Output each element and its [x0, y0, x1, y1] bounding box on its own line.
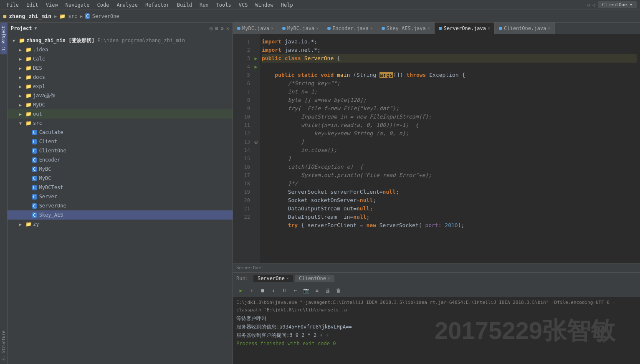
file-dot-icon: [499, 27, 502, 30]
tab-mybc[interactable]: MyBC.java ✕: [278, 23, 323, 34]
run-down-button[interactable]: ↓: [269, 286, 278, 295]
menu-navigate[interactable]: Navigate: [62, 1, 93, 9]
run-panel: Run: ServerOne ✕ ClientOne ✕ ▶ ↑ ■ ↓ ⏸: [233, 272, 640, 364]
sidebar-item-structure[interactable]: Z: Structure: [0, 327, 7, 364]
run-play-button[interactable]: ▶: [236, 286, 245, 295]
project-dropdown-icon[interactable]: ▼: [35, 26, 37, 30]
run-output-cmd: E:\jdk1.8\bin\java.exe "-javaagent:E:\In…: [236, 298, 637, 314]
menu-tools[interactable]: Tools: [213, 1, 235, 9]
tab-encoder[interactable]: Encoder.java ✕: [323, 23, 377, 34]
sidebar-item-project[interactable]: 1: Project: [0, 23, 7, 54]
back-icon[interactable]: ◁: [592, 2, 595, 8]
run-output-waiting: 等待客户呼叫: [236, 314, 637, 323]
tree-item-out[interactable]: ▶ 📁 out: [8, 109, 233, 119]
code-content[interactable]: 1 2 3 4 5 6 7 8 9 10 11 12 13 14 15 16 1: [233, 34, 640, 263]
tree-item-skey-aes[interactable]: C Skey_AES: [8, 210, 233, 220]
java-file-icon: C: [32, 148, 37, 154]
run-tabs: Run: ServerOne ✕ ClientOne ✕: [233, 273, 640, 284]
menu-view[interactable]: View: [43, 1, 61, 9]
run-output-exit: Process finished with exit code 0: [236, 339, 637, 348]
close-tab-encoder[interactable]: ✕: [370, 26, 373, 30]
tree-item-des[interactable]: ▶ 📁 DES: [8, 63, 233, 73]
chevron-right-icon: ▶: [19, 57, 24, 61]
tree-item-calc[interactable]: ▶ 📁 Calc: [8, 54, 233, 63]
tree-item-mydctest[interactable]: C MyDCTest: [8, 183, 233, 192]
tab-mydc[interactable]: MyDC.java ✕: [233, 23, 278, 34]
run-tab-clientone[interactable]: ClientOne ✕: [295, 275, 334, 282]
tree-item-root[interactable]: ▼ 📁 zhang_zhi_min [斐波那切] E:\idea program…: [8, 36, 233, 45]
run-print-button[interactable]: 🖨: [323, 286, 332, 295]
client-one-indicator: ClientOne ▾: [598, 1, 637, 8]
tree-item-zy[interactable]: ▶ 📁 zy: [8, 220, 233, 229]
main-layout: 1: Project Z: Structure Project ▼ ◎ ⊟ ⚙ …: [0, 23, 640, 364]
tree-item-mybc[interactable]: C MyBC: [8, 164, 233, 174]
close-panel-icon[interactable]: ✕: [226, 25, 229, 31]
tab-serverone[interactable]: ServerOne.java ✕: [435, 23, 495, 34]
project-name: zhang_zhi_min: [9, 13, 51, 19]
tree-item-client[interactable]: C Client: [8, 137, 233, 146]
tree-item-exp1[interactable]: ▶ 📁 exp1: [8, 82, 233, 91]
folder-icon: 📁: [25, 56, 32, 62]
run-up-button[interactable]: ↑: [247, 286, 256, 295]
tree-item-clientone[interactable]: C ClientOne: [8, 146, 233, 155]
close-tab-mydc[interactable]: ✕: [271, 26, 273, 30]
run-pause-button[interactable]: ⏸: [280, 286, 289, 295]
tree-item-encoder[interactable]: C Encoder: [8, 155, 233, 164]
folder-icon: 📁: [25, 221, 32, 227]
tab-clientone[interactable]: ClientOne.java ✕: [495, 23, 555, 34]
tree-item-mydc2[interactable]: C MyDC: [8, 174, 233, 183]
tree-item-serverone[interactable]: C ServerOne: [8, 201, 233, 210]
folder-icon: 📁: [25, 102, 32, 108]
tab-skey-aes[interactable]: Skey_AES.java ✕: [377, 23, 435, 34]
menu-build[interactable]: Build: [174, 1, 195, 9]
tree-item-caculate[interactable]: C Caculate: [8, 128, 233, 137]
menu-analyze[interactable]: Analyze: [113, 1, 141, 9]
collapse-icon[interactable]: ⊟: [215, 25, 218, 31]
run-sort-button[interactable]: ≡: [312, 286, 321, 295]
tree-item-mydc[interactable]: ▶ 📁 MyDC: [8, 100, 233, 109]
tree-item-src[interactable]: ▼ 📁 src: [8, 119, 233, 128]
code-lines[interactable]: import java.io.*; import java.net.*; pub…: [260, 34, 640, 263]
java-file-icon: C: [32, 212, 37, 218]
gutter: ▶ ▶ ⊙: [252, 34, 260, 263]
menu-code[interactable]: Code: [94, 1, 113, 9]
close-run-serverone[interactable]: ✕: [286, 276, 289, 281]
close-tab-mybc[interactable]: ✕: [316, 26, 319, 30]
close-run-clientone[interactable]: ✕: [328, 276, 330, 281]
close-tab-clientone[interactable]: ✕: [548, 26, 550, 30]
run-arrow-line3[interactable]: ▶: [252, 54, 260, 63]
run-tab-serverone[interactable]: ServerOne ✕: [253, 275, 293, 282]
menu-vcs[interactable]: VCS: [235, 1, 251, 9]
maximize-icon[interactable]: ⊡: [587, 2, 590, 8]
tree-item-docs[interactable]: ▶ 📁 docs: [8, 73, 233, 82]
breadcrumb-file: ServerOne: [92, 13, 119, 19]
java-file-icon: C: [32, 167, 37, 172]
run-output: E:\jdk1.8\bin\java.exe "-javaagent:E:\In…: [233, 297, 640, 364]
run-camera-button[interactable]: 📷: [301, 286, 311, 295]
menu-window[interactable]: Window: [252, 1, 276, 9]
folder-icon: 📁: [25, 93, 32, 99]
run-stop-button[interactable]: ■: [258, 286, 267, 295]
java-file-icon: C: [32, 139, 37, 144]
close-tab-skey-aes[interactable]: ✕: [428, 26, 430, 30]
menu-help[interactable]: Help: [278, 1, 296, 9]
file-dot-icon: [382, 27, 385, 30]
chevron-right-icon: ▶: [19, 103, 24, 107]
run-wrap-button[interactable]: ↩: [291, 286, 300, 295]
settings-icon[interactable]: ⚙: [221, 25, 224, 31]
menu-refactor[interactable]: Refactor: [142, 1, 173, 9]
tree-item-server[interactable]: C Server: [8, 192, 233, 201]
run-arrow-line4[interactable]: ▶: [252, 63, 260, 71]
menu-edit[interactable]: Edit: [23, 1, 42, 9]
run-trash-button[interactable]: 🗑: [334, 286, 343, 295]
menu-file[interactable]: File: [3, 1, 22, 9]
menu-run[interactable]: Run: [196, 1, 212, 9]
locate-icon[interactable]: ◎: [210, 25, 212, 31]
chevron-right-icon: ▶: [19, 84, 24, 89]
tree-item-java-xuanzuo[interactable]: ▶ 📁 java选作: [8, 91, 233, 100]
tree-item-idea[interactable]: ▶ 📁 .idea: [8, 45, 233, 54]
close-tab-serverone[interactable]: ✕: [488, 26, 490, 30]
chevron-right-icon: ▶: [19, 112, 24, 116]
file-dot-icon: [439, 27, 442, 30]
chevron-down-icon: ▼: [19, 121, 24, 126]
